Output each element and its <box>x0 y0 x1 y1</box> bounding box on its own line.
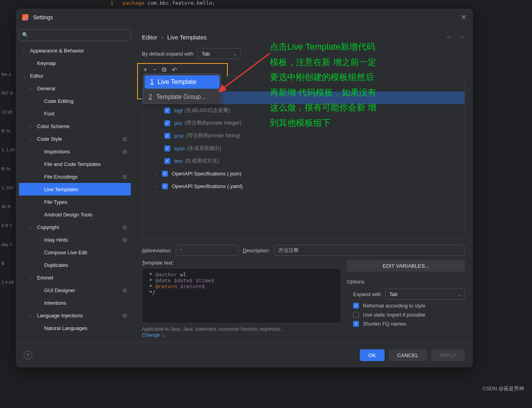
dialog-footer: ? OK CANCEL APPLY <box>16 343 473 367</box>
undo-icon[interactable]: ↶ <box>172 66 177 74</box>
description-label: Description: <box>243 248 270 253</box>
expand-select[interactable]: Tab <box>197 48 241 59</box>
expand-label: By default expand with <box>142 51 193 57</box>
sidebar-item-gui-designer[interactable]: GUI Designer⊟ <box>19 284 131 296</box>
help-icon[interactable]: ? <box>24 351 32 360</box>
sidebar-item-compose-live-edit[interactable]: Compose Live Edit <box>19 246 131 259</box>
chevron-icon: › <box>30 313 35 318</box>
sidebar-item-inlay-hints[interactable]: Inlay Hints⊟ <box>19 233 131 246</box>
apply-button[interactable]: APPLY <box>431 349 465 361</box>
checkbox-icon[interactable]: ✓ <box>164 133 170 139</box>
template-row[interactable]: ✓logf(生成LOG日志变量) <box>142 104 465 117</box>
sidebar-item-copyright[interactable]: ›Copyright⊟ <box>19 221 131 233</box>
checkbox-icon[interactable]: ✓ <box>162 171 168 177</box>
option-row[interactable]: ✓Shorten FQ names <box>353 321 465 327</box>
option-row[interactable]: ✓Reformat according to style <box>353 303 465 309</box>
chevron-icon: › <box>30 124 35 129</box>
chevron-icon: › <box>23 48 28 53</box>
template-text-label: Template text: <box>142 260 341 266</box>
close-icon[interactable]: ✕ <box>461 13 467 22</box>
sidebar-item-editor[interactable]: ⌄Editor <box>19 69 131 82</box>
change-link[interactable]: Change ⌄ <box>142 332 166 338</box>
breadcrumb: Editor › Live Templates <box>142 34 441 41</box>
gear-icon: ⊟ <box>123 287 127 293</box>
sidebar-item-language-injections[interactable]: ›Language Injections⊟ <box>19 309 131 322</box>
keyword: package <box>123 0 144 6</box>
option-row[interactable]: Use static import if possible <box>353 312 465 318</box>
sidebar-item-android-design-tools[interactable]: Android Design Tools <box>19 208 131 221</box>
template-row[interactable]: ✓test(生成测试方法) <box>142 155 465 167</box>
sidebar-item-general[interactable]: ›General <box>19 82 131 95</box>
search-icon: 🔍 <box>22 32 28 38</box>
template-row[interactable]: ✓prsc(带注释的private String) <box>142 129 465 142</box>
checkbox-icon[interactable]: ✓ <box>353 303 359 309</box>
expand-with-select[interactable]: Tab <box>385 289 465 300</box>
background-sidebar: tes a637 B13 kBB Ye1, 1.84B Ye1, 69245 B… <box>0 71 18 408</box>
sidebar-item-duplicates[interactable]: Duplicates <box>19 259 131 271</box>
sidebar-item-emmet[interactable]: ›Emmet <box>19 271 131 284</box>
sidebar-item-appearance-behavior[interactable]: ›Appearance & Behavior <box>19 44 131 57</box>
cancel-button[interactable]: CANCEL <box>389 349 427 361</box>
checkbox-icon[interactable]: ✓ <box>164 108 170 114</box>
back-icon[interactable]: ← <box>446 34 452 40</box>
nav-arrows: ← → <box>441 34 465 41</box>
search-input[interactable] <box>19 29 131 41</box>
checkbox-icon[interactable]: ✓ <box>353 321 359 327</box>
sidebar-item-file-types[interactable]: File Types <box>19 196 131 208</box>
chevron-icon[interactable]: › <box>155 171 160 176</box>
template-text-area[interactable]: * @author wl * @date $date$ $time$ * @re… <box>142 268 341 323</box>
abbreviation-input[interactable] <box>176 245 239 256</box>
settings-tree[interactable]: ›Appearance & BehaviorKeymap⌄Editor›Gene… <box>19 44 131 339</box>
checkbox-icon[interactable]: ✓ <box>162 183 168 189</box>
templates-toolbar: + − ⧉ ↶ 1 Live Template 2 Template Group… <box>142 64 465 76</box>
gear-icon: ⊟ <box>123 149 127 155</box>
sidebar-item-inspections[interactable]: Inspections⊟ <box>19 145 131 158</box>
checkbox-icon[interactable] <box>353 312 359 318</box>
gear-icon: ⊟ <box>123 174 127 180</box>
sidebar-item-code-editing[interactable]: Code Editing <box>19 95 131 107</box>
breadcrumb-part[interactable]: Editor <box>142 34 157 41</box>
code-text: com.bbc.feature.hello; <box>144 0 215 6</box>
copy-icon[interactable]: ⧉ <box>162 66 166 74</box>
sidebar-item-file-encodings[interactable]: File Encodings⊟ <box>19 170 131 183</box>
abbreviation-label: Abbreviation: <box>142 248 172 253</box>
popup-live-template[interactable]: 1 Live Template <box>145 75 219 89</box>
sidebar-item-natural-languages[interactable]: Natural Languages <box>19 322 131 334</box>
sidebar-item-code-style[interactable]: ›Code Style⊟ <box>19 132 131 145</box>
options-title: Options <box>347 279 465 285</box>
gear-icon: ⊟ <box>123 136 127 142</box>
background-editor: 1 package com.bbc.feature.hello; <box>110 0 215 6</box>
description-input[interactable] <box>274 245 465 256</box>
expand-with-label: Expand with <box>353 291 381 297</box>
sidebar-item-font[interactable]: Font <box>19 107 131 120</box>
checkbox-icon[interactable]: ✓ <box>164 145 170 151</box>
titlebar: Settings ✕ <box>16 9 473 26</box>
chevron-icon[interactable]: › <box>155 184 160 188</box>
settings-sidebar: 🔍 ›Appearance & BehaviorKeymap⌄Editor›Ge… <box>16 26 134 343</box>
line-number: 1 <box>110 0 113 6</box>
template-row[interactable]: ✓pric(带注释的private Integer) <box>142 117 465 129</box>
edit-variables-button[interactable]: EDIT VARIABLES... <box>347 260 465 272</box>
popup-template-group[interactable]: 2 Template Group... <box>143 90 221 104</box>
add-icon[interactable]: + <box>143 66 147 74</box>
template-group-row[interactable]: ›✓OpenAPI Specifications (.yaml) <box>142 180 465 192</box>
forward-icon[interactable]: → <box>459 34 465 40</box>
settings-dialog: Settings ✕ 🔍 ›Appearance & BehaviorKeyma… <box>16 9 473 367</box>
template-group-row[interactable]: ›✓OpenAPI Specifications (.json) <box>142 167 465 180</box>
gear-icon: ⊟ <box>123 224 127 230</box>
ok-button[interactable]: OK <box>360 349 385 361</box>
chevron-icon: › <box>30 86 35 91</box>
sidebar-item-intentions[interactable]: Intentions <box>19 296 131 309</box>
template-row[interactable]: ✓syso(生成系统输出) <box>142 142 465 155</box>
settings-content: Editor › Live Templates ← → By default e… <box>134 26 473 343</box>
remove-icon[interactable]: − <box>153 66 156 74</box>
chevron-icon: › <box>30 137 35 141</box>
checkbox-icon[interactable]: ✓ <box>164 158 170 164</box>
sidebar-item-live-templates[interactable]: Live Templates <box>19 183 131 196</box>
breadcrumb-part: Live Templates <box>167 34 207 41</box>
checkbox-icon[interactable]: ✓ <box>164 120 170 126</box>
chevron-icon: ⌄ <box>23 74 28 78</box>
sidebar-item-keymap[interactable]: Keymap <box>19 57 131 69</box>
sidebar-item-color-scheme[interactable]: ›Color Scheme <box>19 120 131 132</box>
sidebar-item-file-and-code-templates[interactable]: File and Code Templates <box>19 158 131 170</box>
